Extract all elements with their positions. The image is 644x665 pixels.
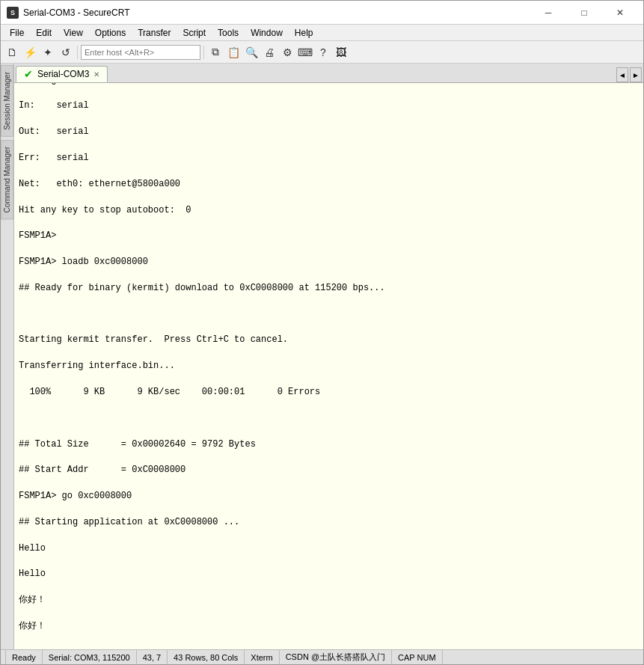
terminal-line: FSMP1A> bbox=[19, 230, 639, 242]
toolbar-map-btn[interactable]: ⌨ bbox=[297, 44, 313, 61]
terminal-line: Net: eth0: ethernet@5800a000 bbox=[19, 178, 639, 191]
status-ready: Ready bbox=[5, 650, 43, 664]
toolbar-reconnect-btn[interactable]: ↺ bbox=[58, 44, 74, 61]
minimize-button[interactable]: ─ bbox=[531, 2, 565, 23]
main-window: S Serial-COM3 - SecureCRT ─ □ ✕ File Edi… bbox=[0, 0, 644, 665]
toolbar-help-btn[interactable]: ? bbox=[315, 44, 331, 61]
close-button[interactable]: ✕ bbox=[603, 2, 637, 23]
terminal-line: ## Ready for binary (kermit) download to… bbox=[19, 282, 639, 295]
menu-bar: File Edit View Options Transfer Script T… bbox=[1, 25, 643, 41]
terminal-line: 你好！ bbox=[19, 594, 639, 607]
menu-view[interactable]: View bbox=[58, 26, 89, 40]
window-controls: ─ □ ✕ bbox=[531, 2, 637, 23]
terminal-line: Err: serial bbox=[19, 152, 639, 165]
status-term: Xterm bbox=[245, 650, 279, 664]
menu-transfer[interactable]: Transfer bbox=[132, 26, 177, 40]
terminal-line: Hit any key to stop autoboot: 0 bbox=[19, 204, 639, 217]
terminal-line: ## Total Size = 0x00002640 = 9792 Bytes bbox=[19, 438, 639, 451]
tab-navigation: ◄ ► bbox=[616, 67, 642, 82]
terminal-line: Starting kermit transfer. Press Ctrl+C t… bbox=[19, 334, 639, 346]
terminal-line: 你好！ bbox=[19, 620, 639, 633]
terminal-line: Hello bbox=[19, 568, 639, 580]
maximize-button[interactable]: □ bbox=[567, 2, 601, 23]
command-manager-tab[interactable]: Command Manager bbox=[1, 140, 13, 219]
terminal-line: FSMP1A> loadb 0xc0008000 bbox=[19, 256, 639, 269]
status-bar: Ready Serial: COM3, 115200 43, 7 43 Rows… bbox=[1, 649, 643, 664]
terminal-output[interactable]: INFO: stm32mp IWDG1 (12): Secure INFO: E… bbox=[14, 83, 643, 649]
terminal-line: 100% 9 KB 9 KB/sec 00:00:01 0 Errors bbox=[19, 386, 639, 399]
status-serial: Serial: COM3, 115200 bbox=[43, 650, 137, 664]
toolbar-copy-btn[interactable]: ⧉ bbox=[207, 44, 224, 61]
menu-options[interactable]: Options bbox=[89, 26, 132, 40]
session-manager-tab[interactable]: Session Manager bbox=[1, 65, 13, 137]
terminal-line bbox=[19, 412, 639, 425]
toolbar-lightning-btn[interactable]: ⚡ bbox=[22, 44, 38, 61]
tab-close-icon[interactable]: ✕ bbox=[93, 70, 99, 79]
toolbar-sep-2 bbox=[203, 46, 204, 59]
session-area: Session Manager Command Manager ✔ Serial… bbox=[1, 64, 643, 649]
status-rows: 43 Rows, 80 Cols bbox=[168, 650, 245, 664]
side-panel-left: Session Manager Command Manager bbox=[1, 64, 14, 649]
window-title: Serial-COM3 - SecureCRT bbox=[23, 7, 531, 18]
content-wrapper: ✔ Serial-COM3 ✕ ◄ ► INFO: stm32mp IWDG1 … bbox=[14, 64, 643, 649]
menu-tools[interactable]: Tools bbox=[212, 26, 245, 40]
toolbar: 🗋 ⚡ ✦ ↺ ⧉ 📋 🔍 🖨 ⚙ ⌨ ? 🖼 bbox=[1, 41, 643, 64]
tab-next-btn[interactable]: ► bbox=[630, 67, 642, 82]
toolbar-disconnect-btn[interactable]: ✦ bbox=[40, 44, 56, 61]
menu-edit[interactable]: Edit bbox=[30, 26, 58, 40]
title-bar: S Serial-COM3 - SecureCRT ─ □ ✕ bbox=[1, 1, 643, 25]
status-col: 43, 7 bbox=[137, 650, 168, 664]
menu-script[interactable]: Script bbox=[177, 26, 212, 40]
menu-window[interactable]: Window bbox=[245, 26, 289, 40]
tab-serial-com3[interactable]: ✔ Serial-COM3 ✕ bbox=[16, 66, 108, 82]
terminal-line: Transferring interface.bin... bbox=[19, 360, 639, 373]
tab-bar: ✔ Serial-COM3 ✕ ◄ ► bbox=[14, 64, 643, 83]
terminal-line: In: serial bbox=[19, 99, 639, 112]
terminal-line: ## Starting application at 0xC0008000 ..… bbox=[19, 516, 639, 529]
tab-check-icon: ✔ bbox=[24, 68, 33, 80]
status-extra: CSDN @土队长搭搭队入门 bbox=[280, 650, 392, 664]
terminal-line: Out: serial bbox=[19, 126, 639, 138]
toolbar-paste-btn[interactable]: 📋 bbox=[225, 44, 242, 61]
terminal-line: FSMP1A> go 0xc0008000 bbox=[19, 490, 639, 503]
toolbar-sep-1 bbox=[77, 46, 78, 59]
app-icon: S bbox=[7, 7, 19, 19]
toolbar-print-btn[interactable]: 🖨 bbox=[261, 44, 277, 61]
menu-file[interactable]: File bbox=[4, 26, 30, 40]
host-input[interactable] bbox=[81, 45, 200, 60]
terminal-line: Loading Environment from MMC... OK bbox=[19, 83, 639, 87]
terminal-line bbox=[19, 308, 639, 321]
toolbar-extra-btn[interactable]: 🖼 bbox=[333, 44, 349, 61]
menu-help[interactable]: Help bbox=[289, 26, 319, 40]
tab-prev-btn[interactable]: ◄ bbox=[616, 67, 628, 82]
terminal-line: ## Start Addr = 0xC0008000 bbox=[19, 464, 639, 476]
tab-label: Serial-COM3 bbox=[37, 69, 89, 79]
toolbar-new-btn[interactable]: 🗋 bbox=[4, 44, 20, 61]
toolbar-find-btn[interactable]: 🔍 bbox=[243, 44, 260, 61]
toolbar-settings-btn[interactable]: ⚙ bbox=[279, 44, 295, 61]
status-caps: CAP NUM bbox=[392, 650, 443, 664]
terminal-line: Hello bbox=[19, 542, 639, 555]
